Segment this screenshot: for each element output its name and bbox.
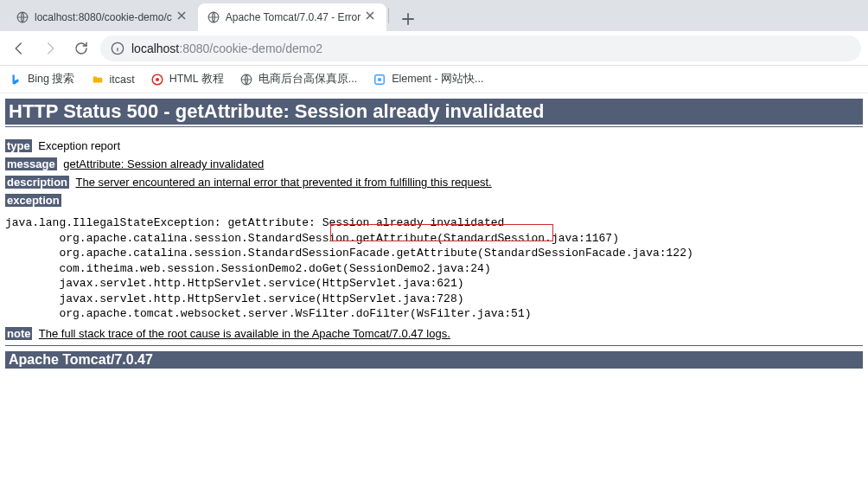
hr xyxy=(5,345,863,346)
address-bar[interactable]: localhost:8080/cookie-demo/demo2 xyxy=(100,35,861,61)
bookmark-label: HTML 教程 xyxy=(169,72,224,87)
description-label: description xyxy=(5,176,69,189)
note-label: note xyxy=(5,327,32,340)
svg-point-6 xyxy=(156,77,159,80)
type-row: type Exception report xyxy=(5,139,863,152)
status-heading: HTTP Status 500 - getAttribute: Session … xyxy=(5,99,863,125)
stack-trace-container: java.lang.IllegalStateException: getAttr… xyxy=(5,215,863,322)
message-label: message xyxy=(5,157,57,170)
close-icon[interactable] xyxy=(177,11,189,23)
globe-icon xyxy=(239,73,253,87)
bookmark-label: itcast xyxy=(110,74,135,86)
page-content: HTTP Status 500 - getAttribute: Session … xyxy=(0,99,868,369)
runoob-icon xyxy=(150,73,164,87)
globe-icon xyxy=(16,10,29,24)
tab-0[interactable]: localhost:8080/cookie-demo/c xyxy=(7,3,198,31)
tab-title: Apache Tomcat/7.0.47 - Error xyxy=(226,11,361,23)
highlight-box xyxy=(330,224,553,241)
exception-row: exception xyxy=(5,194,863,207)
exception-label: exception xyxy=(5,194,61,207)
server-footer: Apache Tomcat/7.0.47 xyxy=(5,351,863,369)
bookmark-html-tutorial[interactable]: HTML 教程 xyxy=(150,72,224,87)
url-host: localhost xyxy=(131,42,179,55)
bing-icon xyxy=(9,73,22,87)
type-label: type xyxy=(5,139,32,152)
note-value: The full stack trace of the root cause i… xyxy=(39,327,450,340)
globe-icon xyxy=(207,10,220,24)
bookmark-label: 电商后台高保真原... xyxy=(258,72,357,87)
hr xyxy=(5,126,863,127)
bookmark-bing[interactable]: Bing 搜索 xyxy=(9,72,75,87)
message-value: getAttribute: Session already invalidate… xyxy=(63,157,264,170)
description-row: description The server encountered an in… xyxy=(5,176,863,189)
site-info-icon[interactable] xyxy=(111,42,124,55)
toolbar: localhost:8080/cookie-demo/demo2 xyxy=(0,31,868,66)
description-value: The server encountered an internal error… xyxy=(75,176,491,189)
url-rest: :8080/cookie-demo/demo2 xyxy=(179,42,322,55)
forward-button[interactable] xyxy=(38,36,62,61)
bookmark-element[interactable]: Element - 网站快... xyxy=(373,72,483,87)
tab-title: localhost:8080/cookie-demo/c xyxy=(35,11,172,23)
url-text: localhost:8080/cookie-demo/demo2 xyxy=(131,42,322,55)
type-value: Exception report xyxy=(38,139,120,152)
bookmark-ecommerce[interactable]: 电商后台高保真原... xyxy=(239,72,357,87)
close-icon[interactable] xyxy=(366,11,378,23)
tab-1[interactable]: Apache Tomcat/7.0.47 - Error xyxy=(198,3,387,31)
bookmarks-bar: Bing 搜索 itcast HTML 教程 电商后台高保真原... Eleme… xyxy=(0,66,868,93)
reload-button[interactable] xyxy=(69,36,93,61)
tab-separator xyxy=(388,8,389,23)
bookmark-label: Bing 搜索 xyxy=(28,72,75,87)
note-row: note The full stack trace of the root ca… xyxy=(5,327,863,340)
element-icon xyxy=(373,73,386,87)
message-row: message getAttribute: Session already in… xyxy=(5,157,863,170)
bookmark-itcast[interactable]: itcast xyxy=(91,73,135,87)
back-button[interactable] xyxy=(7,36,31,61)
new-tab-button[interactable] xyxy=(396,7,420,31)
tab-strip: localhost:8080/cookie-demo/c Apache Tomc… xyxy=(0,0,868,31)
folder-icon xyxy=(91,73,105,87)
bookmark-label: Element - 网站快... xyxy=(392,72,483,87)
svg-rect-9 xyxy=(378,78,381,81)
browser-chrome-top: localhost:8080/cookie-demo/c Apache Tomc… xyxy=(0,0,868,93)
